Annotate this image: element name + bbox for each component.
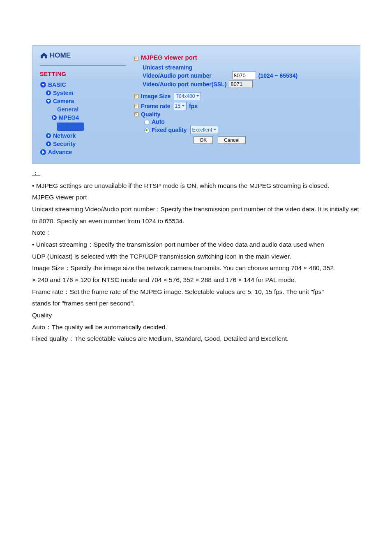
mjpeg-viewer-port-heading: MJPEG viewer port xyxy=(32,192,360,204)
sidebar-item-system[interactable]: System xyxy=(40,90,126,96)
frame-rate-p1: Frame rate：Set the frame rate of the MJP… xyxy=(32,286,360,298)
fixed-quality-radio[interactable] xyxy=(144,128,150,133)
frame-rate-p2: stands for "frames sent per second". xyxy=(32,298,360,310)
vap-ssl-label: Video/Audio port number(SSL) xyxy=(143,81,226,88)
unicast-paragraph: Unicast streaming Video/Audio port numbe… xyxy=(32,204,360,227)
note-heading: ： xyxy=(32,167,40,179)
sidebar-item-advance[interactable]: Advance xyxy=(40,149,126,155)
setting-heading: SETTING xyxy=(40,71,126,77)
fixed-quality-label: Fixed quality xyxy=(152,127,187,133)
content-area: MJPEG viewer port Unicast streaming Vide… xyxy=(130,46,360,164)
mjpeg-label: MJPEG xyxy=(57,123,84,131)
bullet-icon xyxy=(134,112,138,116)
frame-rate-unit: fps xyxy=(189,103,198,109)
unicast-note-b: UDP (Unicast) is selected with the TCP/U… xyxy=(32,251,360,263)
sidebar-item-general[interactable]: General xyxy=(40,106,126,113)
cancel-button[interactable]: Cancel xyxy=(218,136,245,144)
system-label: System xyxy=(53,90,74,96)
basic-label: BASIC xyxy=(48,81,66,88)
network-label: Network xyxy=(53,132,76,139)
home-label: HOME xyxy=(50,51,71,60)
unicast-note-a: • Unicast streaming：Specify the transmis… xyxy=(32,239,360,251)
arrow-right-icon xyxy=(46,141,51,147)
sidebar-item-basic[interactable]: BASIC xyxy=(40,81,126,88)
quality-label: Quality xyxy=(141,111,160,118)
mjpeg-viewer-port-heading: MJPEG viewer port xyxy=(141,54,197,61)
note2-label: Note： xyxy=(32,227,360,239)
sidebar: HOME SETTING BASIC System Camera General xyxy=(32,46,130,164)
home-link[interactable]: HOME xyxy=(40,51,126,60)
arrow-right-icon xyxy=(46,133,51,139)
security-label: Security xyxy=(53,141,76,147)
arrow-right-icon xyxy=(51,115,57,120)
vap-ssl-input xyxy=(229,80,253,88)
bullet-icon xyxy=(134,94,138,98)
auto-label: Auto xyxy=(152,118,165,125)
frame-rate-select[interactable]: 15 xyxy=(173,102,187,110)
image-size-label: Image Size xyxy=(141,93,171,99)
advance-label: Advance xyxy=(48,149,72,155)
mpeg4-label: MPEG4 xyxy=(59,114,79,121)
settings-panel-screenshot: HOME SETTING BASIC System Camera General xyxy=(32,45,360,164)
unicast-streaming-label: Unicast streaming xyxy=(143,64,192,71)
arrow-down-icon xyxy=(46,98,51,104)
sidebar-item-security[interactable]: Security xyxy=(40,141,126,147)
ok-button[interactable]: OK xyxy=(194,136,213,144)
note-bullet-1: • MJPEG settings are unavailable if the … xyxy=(32,180,360,192)
vap-range: (1024 ~ 65534) xyxy=(258,72,297,79)
auto-radio[interactable] xyxy=(144,120,150,125)
sidebar-item-camera[interactable]: Camera xyxy=(40,98,126,104)
arrow-right-icon xyxy=(40,149,46,155)
image-size-p2: × 240 and 176 × 120 for NTSC mode and 70… xyxy=(32,274,360,286)
general-label: General xyxy=(57,106,78,113)
quality-auto: Auto：The quality will be automatically d… xyxy=(32,321,360,333)
vap-label: Video/Audio port number xyxy=(143,72,212,79)
arrow-right-icon xyxy=(46,90,51,96)
arrow-down-icon xyxy=(40,81,46,88)
bullet-icon xyxy=(134,104,138,108)
sidebar-item-mjpeg[interactable]: MJPEG xyxy=(40,123,126,131)
document-body: ： • MJPEG settings are unavailable if th… xyxy=(32,167,360,345)
frame-rate-label: Frame rate xyxy=(141,103,171,109)
bullet-icon xyxy=(134,57,138,61)
camera-label: Camera xyxy=(53,98,74,104)
image-size-select[interactable]: 704x480 xyxy=(174,92,201,100)
sidebar-divider xyxy=(40,65,126,66)
fixed-quality-select[interactable]: Excellent xyxy=(190,126,219,134)
home-icon xyxy=(40,52,48,59)
vap-input[interactable] xyxy=(232,72,256,79)
sidebar-item-mpeg4[interactable]: MPEG4 xyxy=(40,114,126,121)
sidebar-item-network[interactable]: Network xyxy=(40,132,126,139)
quality-fixed: Fixed quality：The selectable values are … xyxy=(32,333,360,345)
image-size-p1: Image Size：Specify the image size the ne… xyxy=(32,262,360,274)
quality-heading: Quality xyxy=(32,310,360,321)
